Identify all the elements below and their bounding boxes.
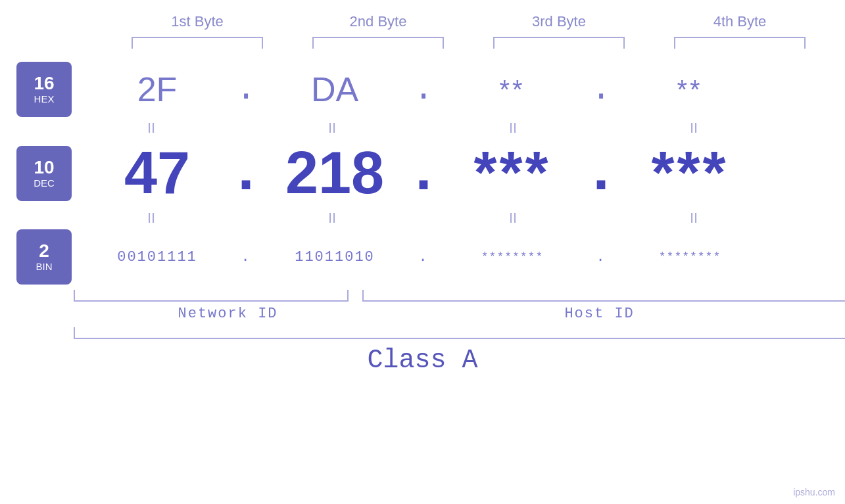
top-brackets xyxy=(107,37,831,49)
bin-dot2: . xyxy=(407,249,440,265)
eq2-4: II xyxy=(621,210,766,227)
dec-row: 10 DEC 47 . 218 . *** . *** xyxy=(16,139,829,207)
hex-dot3: . xyxy=(585,70,617,109)
host-bracket xyxy=(362,290,845,302)
dec-dot3: . xyxy=(585,140,617,207)
bin-byte2: 11011010 xyxy=(262,249,407,265)
dec-byte3: *** xyxy=(440,139,585,207)
hex-base-number: 16 xyxy=(34,74,54,94)
eq2-2: II xyxy=(260,210,404,227)
bin-byte1: 00101111 xyxy=(85,249,229,265)
bin-row: 2 BIN 00101111 . 11011010 . ******** . xyxy=(16,229,829,285)
overall-bracket xyxy=(74,327,845,339)
bin-val-3: ******** xyxy=(481,250,543,263)
bin-byte4: ******** xyxy=(617,250,762,263)
hex-byte1: 2F xyxy=(85,70,229,109)
dec-badge: 10 DEC xyxy=(16,146,72,201)
bin-dot-icon-1: . xyxy=(241,249,251,265)
bin-val-1: 00101111 xyxy=(117,249,197,265)
equals-row-2: II II II II xyxy=(61,210,785,227)
hex-base-label: HEX xyxy=(34,94,55,105)
dec-dot1: . xyxy=(229,140,262,207)
bin-dot3: . xyxy=(585,249,617,265)
hex-val-4: ** xyxy=(677,75,702,104)
bracket-4 xyxy=(674,37,806,49)
bin-dot1: . xyxy=(229,249,262,265)
hex-dot-icon-1: . xyxy=(235,70,256,109)
dec-dot-icon-2: . xyxy=(406,140,441,207)
hex-val-2: DA xyxy=(311,70,358,109)
hex-byte2: DA xyxy=(262,70,407,109)
hex-values: 2F . DA . ** . ** xyxy=(85,70,829,109)
hex-dot1: . xyxy=(229,70,262,109)
dec-dot2: . xyxy=(407,140,440,207)
dec-base-number: 10 xyxy=(34,158,54,178)
eq1-2: II xyxy=(260,120,404,137)
eq2-3: II xyxy=(441,210,585,227)
bracket-2 xyxy=(312,37,444,49)
dec-val-1: 47 xyxy=(124,139,190,207)
bracket-3 xyxy=(493,37,625,49)
bracket-1 xyxy=(132,37,263,49)
id-labels: Network ID Host ID xyxy=(102,306,825,322)
bin-base-label: BIN xyxy=(36,262,52,273)
bin-dot-icon-3: . xyxy=(596,249,606,265)
network-id-label: Network ID xyxy=(102,306,354,322)
hex-dot-icon-2: . xyxy=(413,70,433,109)
dec-val-2: 218 xyxy=(285,139,384,207)
dec-dot-icon-1: . xyxy=(228,140,264,207)
dec-val-4: *** xyxy=(651,139,728,207)
eq1-1: II xyxy=(79,120,224,137)
bin-values: 00101111 . 11011010 . ******** . *******… xyxy=(85,249,829,265)
hex-badge: 16 HEX xyxy=(16,62,72,117)
bottom-brackets-area xyxy=(74,290,845,302)
dec-base-label: DEC xyxy=(34,178,55,189)
main-container: 1st Byte 2nd Byte 3rd Byte 4th Byte 16 H… xyxy=(0,0,845,504)
byte-headers: 1st Byte 2nd Byte 3rd Byte 4th Byte xyxy=(107,13,831,30)
class-label: Class A xyxy=(0,346,845,375)
eq1-4: II xyxy=(621,120,766,137)
host-id-label: Host ID xyxy=(374,306,825,322)
hex-val-1: 2F xyxy=(137,70,178,109)
byte3-header: 3rd Byte xyxy=(487,13,631,30)
dec-values: 47 . 218 . *** . *** xyxy=(85,139,829,207)
bin-val-4: ******** xyxy=(659,250,721,263)
eq2-1: II xyxy=(79,210,224,227)
byte2-header: 2nd Byte xyxy=(306,13,450,30)
hex-val-3: ** xyxy=(499,75,525,104)
hex-row: 16 HEX 2F . DA . ** . ** xyxy=(16,62,829,117)
dec-byte4: *** xyxy=(617,139,762,207)
network-bracket xyxy=(74,290,349,302)
bin-base-number: 2 xyxy=(39,241,49,262)
dec-byte1: 47 xyxy=(85,139,229,207)
watermark: ipshu.com xyxy=(793,487,835,497)
hex-byte4: ** xyxy=(617,75,762,104)
hex-dot2: . xyxy=(407,70,440,109)
equals-row-1: II II II II xyxy=(61,120,785,137)
byte1-header: 1st Byte xyxy=(125,13,270,30)
bracket-gap xyxy=(349,290,356,302)
hex-byte3: ** xyxy=(440,75,585,104)
dec-val-3: *** xyxy=(473,139,550,207)
dec-byte2: 218 xyxy=(262,139,407,207)
bin-badge: 2 BIN xyxy=(16,229,72,285)
hex-dot-icon-3: . xyxy=(591,70,611,109)
byte4-header: 4th Byte xyxy=(667,13,812,30)
bin-dot-icon-2: . xyxy=(418,249,428,265)
eq1-3: II xyxy=(441,120,585,137)
bin-byte3: ******** xyxy=(440,250,585,263)
dec-dot-icon-3: . xyxy=(583,140,619,207)
bin-val-2: 11011010 xyxy=(295,249,375,265)
